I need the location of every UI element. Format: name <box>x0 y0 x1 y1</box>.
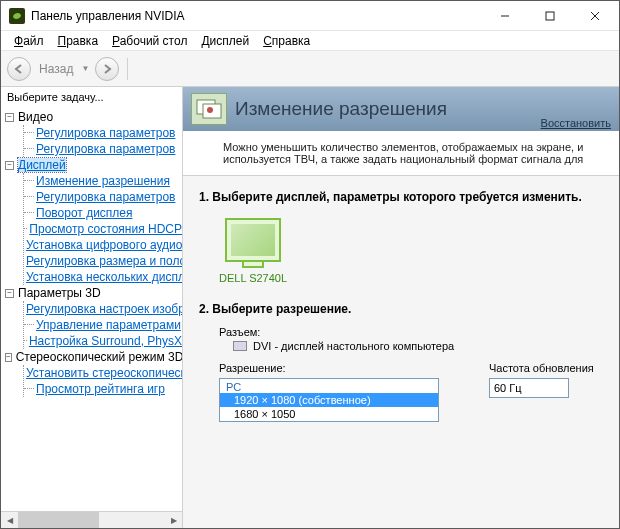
back-button[interactable] <box>7 57 31 81</box>
main-header: Изменение разрешения Восстановить <box>183 87 619 131</box>
page-description: Можно уменьшить количество элементов, от… <box>183 131 619 176</box>
tree-group-video[interactable]: Видео <box>18 110 53 124</box>
refresh-combobox[interactable]: 60 Гц <box>489 378 569 398</box>
monitor-icon <box>225 218 281 262</box>
dvi-port-icon <box>233 341 247 351</box>
task-tree: −Видео Регулировка параметров Регулировк… <box>1 107 182 511</box>
tree-item[interactable]: Установка цифрового аудио <box>26 238 182 252</box>
nav-toolbar: Назад ▼ <box>1 51 619 87</box>
refresh-label: Частота обновления <box>489 362 594 374</box>
menu-desktop[interactable]: Рабочий стол <box>105 32 194 50</box>
maximize-button[interactable] <box>527 1 572 30</box>
back-label: Назад <box>39 62 73 76</box>
menubar: Файл Правка Рабочий стол Дисплей Справка <box>1 31 619 51</box>
tree-item[interactable]: Просмотр рейтинга игр <box>36 382 165 396</box>
monitor-stand-icon <box>242 262 264 268</box>
tree-item[interactable]: Регулировка параметров <box>36 142 175 156</box>
tree-toggle-icon[interactable]: − <box>5 289 14 298</box>
resolution-listbox[interactable]: PC 1920 × 1080 (собственное) 1680 × 1050 <box>219 378 439 422</box>
svg-point-6 <box>207 107 213 113</box>
connector-value: DVI - дисплей настольного компьютера <box>253 340 454 352</box>
tree-group-display[interactable]: Дисплей <box>18 158 66 172</box>
main-panel: Изменение разрешения Восстановить Можно … <box>183 87 619 528</box>
refresh-value: 60 Гц <box>494 382 522 394</box>
connector-label: Разъем: <box>219 326 603 338</box>
tree-item-change-resolution[interactable]: Изменение разрешения <box>36 174 170 188</box>
nvidia-icon <box>9 8 25 24</box>
tree-item[interactable]: Настройка Surround, PhysX <box>29 334 182 348</box>
tree-item[interactable]: Регулировка параметров <box>36 190 175 204</box>
tree-group-3d[interactable]: Параметры 3D <box>18 286 101 300</box>
tree-group-stereo[interactable]: Стереоскопический режим 3D <box>16 350 182 364</box>
resolution-label: Разрешение: <box>219 362 439 374</box>
step1-title: 1. Выберите дисплей, параметры которого … <box>199 190 603 204</box>
tree-toggle-icon[interactable]: − <box>5 161 14 170</box>
close-button[interactable] <box>572 1 617 30</box>
resolution-group-header: PC <box>220 379 438 393</box>
window-title: Панель управления NVIDIA <box>31 9 482 23</box>
tree-item[interactable]: Установка нескольких дисплеев <box>26 270 182 284</box>
sidebar-hscrollbar[interactable]: ◀ ▶ <box>1 511 182 528</box>
minimize-button[interactable] <box>482 1 527 30</box>
resolution-option[interactable]: 1920 × 1080 (собственное) <box>220 393 438 407</box>
scroll-left-icon[interactable]: ◀ <box>1 512 18 529</box>
scroll-thumb[interactable] <box>18 512 99 529</box>
resolution-option[interactable]: 1680 × 1050 <box>220 407 438 421</box>
step2-title: 2. Выберите разрешение. <box>199 302 603 316</box>
svg-rect-1 <box>546 12 554 20</box>
forward-button[interactable] <box>95 57 119 81</box>
tree-item[interactable]: Управление параметрами <box>36 318 181 332</box>
sidebar-title: Выберите задачу... <box>1 87 182 107</box>
tree-toggle-icon[interactable]: − <box>5 353 12 362</box>
monitor-label: DELL S2740L <box>219 272 287 284</box>
nav-separator <box>127 58 128 80</box>
tree-toggle-icon[interactable]: − <box>5 113 14 122</box>
tree-item[interactable]: Регулировка настроек изображения <box>26 302 182 316</box>
tree-item[interactable]: Просмотр состояния HDCP <box>29 222 182 236</box>
menu-help[interactable]: Справка <box>256 32 317 50</box>
restore-link[interactable]: Восстановить <box>541 117 611 129</box>
scroll-right-icon[interactable]: ▶ <box>165 512 182 529</box>
tree-item[interactable]: Поворот дисплея <box>36 206 133 220</box>
sidebar: Выберите задачу... −Видео Регулировка па… <box>1 87 183 528</box>
back-dropdown-icon[interactable]: ▼ <box>79 57 91 81</box>
menu-file[interactable]: Файл <box>7 32 51 50</box>
tree-item[interactable]: Регулировка размера и положения <box>26 254 182 268</box>
tree-item[interactable]: Установить стереоскопический режим <box>26 366 182 380</box>
tree-item[interactable]: Регулировка параметров <box>36 126 175 140</box>
titlebar: Панель управления NVIDIA <box>1 1 619 31</box>
display-icon <box>191 93 227 125</box>
menu-edit[interactable]: Правка <box>51 32 106 50</box>
monitor-selector[interactable]: DELL S2740L <box>219 218 287 284</box>
menu-display[interactable]: Дисплей <box>194 32 256 50</box>
